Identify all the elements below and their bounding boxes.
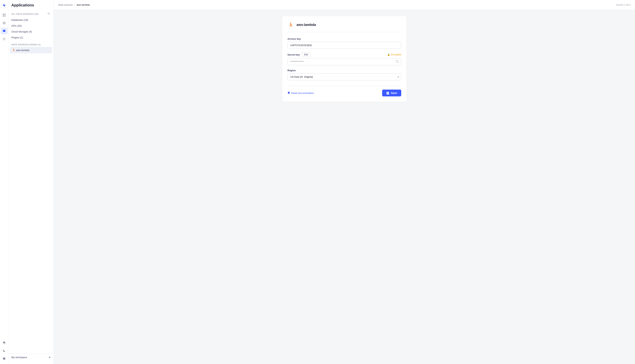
svg-rect-1 — [3, 14, 4, 15]
save-button[interactable]: Save — [382, 90, 401, 96]
edit-secret-key-button[interactable]: Edit — [302, 52, 310, 57]
sidebar-item-plugins[interactable]: Plugins (1) — [8, 34, 54, 40]
svg-rect-2 — [4, 14, 5, 15]
plugin-icon[interactable] — [1, 36, 8, 42]
region-field-group: Region US East (N. Virginia) US East (Oh… — [288, 69, 401, 80]
topbar: Data sources › aws-lambda Version 2.28.2 — [54, 0, 635, 10]
encrypted-badge: 🔒 Encrypted — [387, 53, 401, 56]
svg-point-9 — [4, 38, 4, 39]
search-button[interactable] — [47, 12, 50, 16]
access-key-label: Access key — [288, 38, 401, 40]
datasource-card: λ aws-lambda Access key Secret key Edit … — [282, 16, 407, 102]
main-content: Data sources › aws-lambda Version 2.28.2… — [54, 0, 635, 364]
content-area: λ aws-lambda Access key Secret key Edit … — [54, 10, 635, 364]
sidebar-title: Applications — [8, 3, 54, 10]
breadcrumb-parent[interactable]: Data sources — [58, 4, 73, 6]
list-icon[interactable] — [1, 20, 8, 26]
access-key-input[interactable] — [288, 42, 401, 49]
added-sources-label: DATA SOURCES ADDED (1) — [8, 42, 54, 47]
breadcrumb-chevron-icon: › — [74, 4, 75, 6]
svg-rect-6 — [3, 23, 5, 23]
app-logo-icon[interactable] — [1, 2, 8, 9]
card-lambda-logo: λ — [288, 21, 294, 28]
region-select-wrapper: US East (N. Virginia) US East (Ohio) US … — [288, 73, 401, 80]
svg-rect-3 — [3, 16, 4, 16]
svg-rect-5 — [3, 22, 5, 22]
breadcrumb: Data sources › aws-lambda — [58, 4, 90, 6]
breadcrumb-current: aws-lambda — [76, 4, 90, 6]
access-key-field-group: Access key — [288, 38, 401, 49]
aws-lambda-icon: λ — [13, 48, 14, 52]
apps-grid-icon[interactable] — [1, 12, 8, 18]
card-title: aws-lambda — [296, 23, 316, 27]
svg-marker-0 — [2, 4, 6, 7]
lock-icon: 🔒 — [387, 53, 390, 56]
secret-key-label: Secret key Edit 🔒 Encrypted — [288, 52, 401, 57]
bell-icon[interactable] — [1, 340, 8, 346]
toggle-visibility-button[interactable] — [396, 60, 399, 64]
moon-icon[interactable] — [1, 347, 8, 354]
icon-rail — [0, 0, 8, 364]
workspace-bar[interactable]: My workspace ▾ — [8, 354, 54, 361]
secret-key-wrapper — [288, 58, 401, 65]
svg-rect-7 — [3, 24, 5, 24]
settings-icon[interactable] — [1, 355, 8, 362]
svg-rect-4 — [4, 16, 5, 16]
secret-key-input — [288, 58, 401, 65]
rail-bottom-icons — [1, 340, 8, 362]
region-label: Region — [288, 69, 401, 72]
database-icon[interactable] — [1, 28, 8, 34]
added-sources-section: DATA SOURCES ADDED (1) λ aws-lambda — [8, 42, 54, 53]
sidebar-item-databases[interactable]: Databases (19) — [8, 17, 54, 23]
sidebar-item-cloud-storages[interactable]: Cloud Storages (4) — [8, 29, 54, 34]
secret-key-field-group: Secret key Edit 🔒 Encrypted — [288, 52, 401, 65]
region-select[interactable]: US East (N. Virginia) US East (Ohio) US … — [288, 73, 401, 80]
all-data-sources-label: ALL DATA SOURCES (44) — [8, 10, 54, 17]
sidebar-item-aws-lambda[interactable]: λ aws-lambda — [10, 47, 52, 53]
sidebar: Applications ALL DATA SOURCES (44) Datab… — [8, 0, 54, 364]
card-header: λ aws-lambda — [288, 21, 401, 32]
version-label: Version 2.28.2 — [616, 4, 630, 6]
sidebar-item-apis[interactable]: APIs (20) — [8, 23, 54, 29]
read-documentation-link[interactable]: Read documentation — [288, 92, 314, 94]
workspace-chevron-icon: ▾ — [49, 356, 50, 359]
card-footer: Read documentation Save — [288, 86, 401, 96]
